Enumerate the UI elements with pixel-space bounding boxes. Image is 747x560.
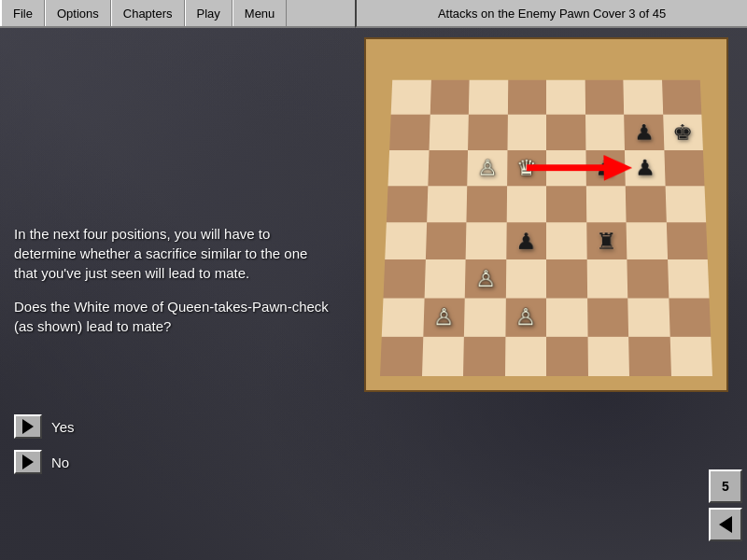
chess-board: ♟♚♙♛♟♟♟♜♙♙♙	[380, 80, 712, 376]
options-menu[interactable]: Options	[45, 0, 111, 26]
chess-board-wrapper: ♟♚♙♛♟♟♟♜♙♙♙	[380, 80, 712, 376]
square-1-2	[468, 115, 507, 150]
question-text: Does the White move of Queen-takes-Pawn-…	[14, 297, 331, 336]
no-arrow-button[interactable]	[14, 450, 42, 474]
chess-board-area: ♟♚♙♛♟♟♟♜♙♙♙	[364, 37, 728, 392]
square-1-7: ♚	[663, 115, 703, 150]
piece-white-♛: ♛	[516, 157, 537, 178]
no-arrow-icon	[22, 455, 34, 469]
play-menu[interactable]: Play	[185, 0, 233, 26]
board-frame: ♟♚♙♛♟♟♟♜♙♙♙	[364, 37, 728, 392]
square-5-6	[627, 259, 668, 298]
square-6-4	[546, 298, 587, 337]
yes-button[interactable]: Yes	[14, 414, 74, 439]
square-0-7	[662, 80, 702, 115]
text-panel: In the next four positions, you will hav…	[14, 224, 331, 336]
square-2-3: ♛	[507, 150, 546, 186]
chapter-title: Attacks on the Enemy Pawn Cover 3 of 45	[438, 7, 666, 21]
page-number-button[interactable]: 5	[709, 469, 742, 503]
piece-black-♟: ♟	[634, 157, 655, 178]
square-6-0	[382, 298, 424, 337]
square-0-0	[391, 80, 431, 115]
square-3-1	[427, 186, 468, 222]
square-6-2	[464, 298, 505, 337]
piece-black-♟: ♟	[515, 230, 536, 252]
square-7-5	[587, 337, 629, 376]
square-1-1	[429, 115, 469, 150]
square-0-4	[546, 80, 585, 115]
square-6-7	[669, 298, 711, 337]
square-7-2	[463, 337, 505, 376]
square-5-7	[668, 259, 710, 298]
square-0-6	[623, 80, 662, 115]
square-2-5: ♟	[585, 150, 626, 186]
no-button[interactable]: No	[14, 450, 74, 474]
piece-white-♙: ♙	[515, 305, 537, 329]
square-2-0	[388, 150, 430, 186]
square-2-4	[546, 150, 585, 186]
square-2-6: ♟	[625, 150, 665, 186]
yes-label: Yes	[51, 419, 74, 435]
square-4-6	[627, 222, 668, 259]
piece-black-♟: ♟	[595, 157, 615, 178]
square-3-6	[626, 186, 667, 222]
square-3-3	[506, 186, 546, 222]
piece-black-♚: ♚	[672, 121, 693, 143]
square-6-3: ♙	[505, 298, 546, 337]
square-5-2: ♙	[465, 259, 506, 298]
square-4-1	[425, 222, 466, 259]
square-4-3: ♟	[506, 222, 546, 259]
piece-black-♟: ♟	[633, 121, 654, 143]
square-4-4	[546, 222, 586, 259]
square-4-7	[666, 222, 707, 259]
square-3-0	[387, 186, 428, 222]
square-7-7	[669, 337, 712, 376]
square-5-4	[546, 259, 587, 298]
square-7-0	[380, 337, 423, 376]
square-1-5	[585, 115, 625, 150]
square-7-4	[546, 337, 588, 376]
square-3-7	[665, 186, 706, 222]
square-0-5	[585, 80, 624, 115]
side-navigation: 5	[709, 469, 742, 541]
square-2-7	[664, 150, 705, 186]
piece-white-♙: ♙	[433, 305, 455, 329]
square-7-1	[422, 337, 464, 376]
square-5-0	[384, 259, 426, 298]
square-1-4	[546, 115, 585, 150]
square-6-1: ♙	[423, 298, 465, 337]
square-3-5	[585, 186, 626, 222]
square-4-2	[466, 222, 507, 259]
chapters-menu[interactable]: Chapters	[111, 0, 185, 26]
square-0-3	[507, 80, 546, 115]
back-arrow-icon	[719, 516, 732, 533]
back-button[interactable]	[709, 508, 742, 541]
square-0-2	[469, 80, 508, 115]
answer-area: Yes No	[14, 414, 74, 485]
square-6-6	[627, 298, 669, 337]
square-7-3	[505, 337, 547, 376]
piece-white-♙: ♙	[474, 267, 496, 290]
square-3-4	[546, 186, 586, 222]
piece-black-♜: ♜	[596, 230, 617, 252]
no-label: No	[51, 455, 69, 470]
menu-menu[interactable]: Menu	[233, 0, 288, 26]
yes-arrow-icon	[22, 419, 34, 434]
square-5-1	[424, 259, 465, 298]
square-4-0	[385, 222, 426, 259]
square-1-3	[507, 115, 546, 150]
title-area: Attacks on the Enemy Pawn Cover 3 of 45	[355, 0, 747, 28]
square-2-1	[428, 150, 468, 186]
square-4-5: ♜	[586, 222, 627, 259]
square-1-0	[389, 115, 430, 150]
square-6-5	[587, 298, 628, 337]
square-2-2: ♙	[467, 150, 507, 186]
square-7-6	[628, 337, 670, 376]
square-5-5	[586, 259, 627, 298]
description-paragraph1: In the next four positions, you will hav…	[14, 224, 331, 283]
yes-arrow-button[interactable]	[14, 414, 42, 439]
square-1-6: ♟	[624, 115, 664, 150]
square-5-3	[505, 259, 546, 298]
square-3-2	[466, 186, 506, 222]
file-menu[interactable]: File	[0, 0, 45, 26]
